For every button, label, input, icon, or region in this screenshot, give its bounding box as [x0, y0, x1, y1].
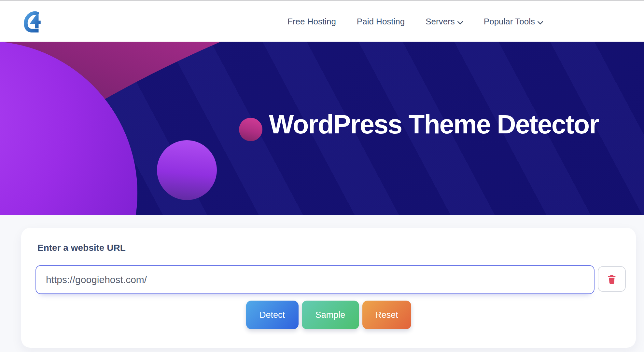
main-nav: Free Hosting Paid Hosting Servers Popula… — [287, 1, 543, 42]
googiehost-logo[interactable] — [18, 6, 44, 37]
action-buttons-row: Detect Sample Reset — [21, 301, 636, 329]
url-input-label: Enter a website URL — [37, 243, 126, 253]
website-url-input[interactable] — [35, 265, 595, 294]
nav-item-popular-tools[interactable]: Popular Tools — [484, 17, 543, 27]
reset-button[interactable]: Reset — [362, 301, 411, 329]
site-header: Free Hosting Paid Hosting Servers Popula… — [0, 1, 644, 42]
main-content: Enter a website URL Detect Sample Reset — [0, 215, 644, 352]
sample-button[interactable]: Sample — [302, 301, 359, 329]
hero-small-magenta-circle — [239, 118, 262, 141]
googiehost-logo-icon — [18, 6, 44, 37]
trash-icon — [606, 274, 617, 285]
nav-label: Paid Hosting — [357, 17, 405, 27]
nav-label: Popular Tools — [484, 17, 535, 27]
nav-label: Servers — [426, 17, 455, 27]
nav-item-paid-hosting[interactable]: Paid Hosting — [357, 17, 405, 27]
detect-button[interactable]: Detect — [246, 301, 299, 329]
nav-label: Free Hosting — [287, 17, 336, 27]
chevron-down-icon — [458, 18, 463, 23]
clear-input-button[interactable] — [598, 266, 626, 292]
nav-item-servers[interactable]: Servers — [426, 17, 463, 27]
top-border — [0, 0, 644, 1]
hero-large-purple-circle — [0, 42, 137, 215]
hero-medium-purple-circle — [157, 140, 217, 200]
nav-item-free-hosting[interactable]: Free Hosting — [287, 17, 336, 27]
chevron-down-icon — [538, 18, 543, 23]
page-title: WordPress Theme Detector — [269, 109, 599, 140]
hero-banner: WordPress Theme Detector — [0, 42, 644, 215]
detector-form-card: Enter a website URL Detect Sample Reset — [21, 228, 636, 348]
